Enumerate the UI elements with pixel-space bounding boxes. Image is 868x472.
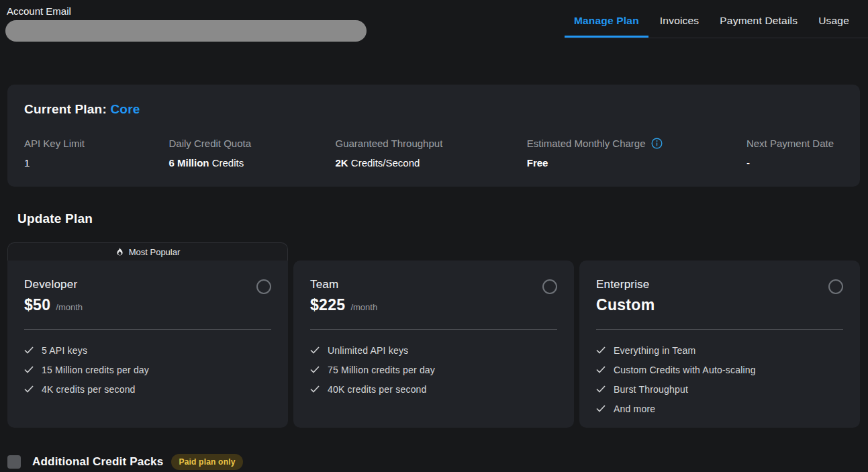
plan-period: /month xyxy=(56,302,83,312)
tab-invoices[interactable]: Invoices xyxy=(650,0,708,38)
feature-item: 4K credits per second xyxy=(24,379,271,399)
most-popular-label: Most Popular xyxy=(129,247,181,257)
feature-item: Custom Credits with Auto-scaling xyxy=(596,360,843,379)
feature-item: 75 Million credits per day xyxy=(310,360,557,379)
page-header: Account Email Manage Plan Invoices Payme… xyxy=(0,0,868,42)
update-plan-heading: Update Plan xyxy=(17,211,861,226)
stat-label: API Key Limit xyxy=(24,138,85,149)
additional-credit-packs-label: Additional Credit Packs xyxy=(32,455,163,469)
plan-card-enterprise: Enterprise Custom Everything in Team xyxy=(579,261,860,428)
divider xyxy=(24,329,271,330)
tab-payment-details[interactable]: Payment Details xyxy=(710,0,807,38)
plan-name: Team xyxy=(310,278,377,291)
paid-plan-only-badge: Paid plan only xyxy=(171,454,242,470)
check-icon xyxy=(596,385,606,393)
plan-stats-row: API Key Limit 1 Daily Credit Quota 6 Mil… xyxy=(24,138,843,169)
stat-estimated-monthly-charge: Estimated Monthly Charge Free xyxy=(527,138,663,169)
feature-item: 15 Million credits per day xyxy=(24,360,271,379)
plan-price: Custom xyxy=(596,296,655,314)
plan-radio-enterprise[interactable] xyxy=(828,279,843,294)
divider xyxy=(596,329,843,330)
stat-label: Guaranteed Throughput xyxy=(335,138,442,149)
stat-api-key-limit: API Key Limit 1 xyxy=(24,138,85,169)
stat-label: Daily Credit Quota xyxy=(168,138,251,149)
check-icon xyxy=(596,366,606,373)
divider xyxy=(310,329,557,330)
check-icon xyxy=(24,366,34,373)
plan-price: $225 xyxy=(310,296,345,314)
plan-name: Developer xyxy=(24,278,83,291)
account-email-section: Account Email xyxy=(0,0,367,42)
plan-name: Enterprise xyxy=(596,278,660,291)
current-plan-name: Core xyxy=(110,102,140,116)
flame-icon xyxy=(115,247,124,256)
feature-item: And more xyxy=(596,399,843,418)
plan-period: /month xyxy=(350,302,377,312)
stat-next-payment-date: Next Payment Date - xyxy=(746,138,834,169)
plan-radio-developer[interactable] xyxy=(256,279,271,294)
plan-card-team: Team $225 /month Unlimited API keys xyxy=(293,261,574,428)
check-icon xyxy=(24,385,34,393)
current-plan-title-prefix: Current Plan: xyxy=(24,102,110,116)
plan-card-developer: Most Popular Developer $50 /month xyxy=(7,242,288,428)
billing-tabs: Manage Plan Invoices Payment Details Usa… xyxy=(565,0,868,38)
current-plan-title: Current Plan: Core xyxy=(24,102,843,117)
check-icon xyxy=(24,346,34,354)
plan-features: Everything in Team Custom Credits with A… xyxy=(596,340,843,418)
check-icon xyxy=(596,405,606,412)
account-email-label: Account Email xyxy=(7,5,367,17)
additional-credit-packs-row: Additional Credit Packs Paid plan only xyxy=(7,454,861,470)
check-icon xyxy=(310,366,320,373)
current-plan-card: Current Plan: Core API Key Limit 1 Daily… xyxy=(7,85,860,187)
tab-manage-plan[interactable]: Manage Plan xyxy=(565,0,648,38)
plans-row: Most Popular Developer $50 /month xyxy=(7,242,861,428)
plan-features: Unlimited API keys 75 Million credits pe… xyxy=(310,340,557,399)
check-icon xyxy=(310,346,320,354)
feature-item: Burst Throughput xyxy=(596,379,843,399)
feature-item: Everything in Team xyxy=(596,340,843,360)
plan-radio-team[interactable] xyxy=(542,279,557,294)
account-email-field[interactable] xyxy=(5,20,367,42)
most-popular-badge: Most Popular xyxy=(7,242,288,261)
additional-credit-packs-checkbox[interactable] xyxy=(7,455,21,469)
stat-label: Estimated Monthly Charge xyxy=(527,138,663,149)
feature-item: 40K credits per second xyxy=(310,379,557,399)
tab-usage[interactable]: Usage xyxy=(809,0,859,38)
plan-features: 5 API keys 15 Million credits per day 4K… xyxy=(24,340,271,399)
info-icon[interactable] xyxy=(651,138,663,149)
feature-item: Unlimited API keys xyxy=(310,340,557,360)
stat-guaranteed-throughput: Guaranteed Throughput 2K Credits/Second xyxy=(335,138,442,169)
stat-label: Next Payment Date xyxy=(746,138,834,149)
main-content: Current Plan: Core API Key Limit 1 Daily… xyxy=(0,85,868,470)
plan-price: $50 xyxy=(24,296,50,314)
check-icon xyxy=(310,385,320,393)
stat-daily-credit-quota: Daily Credit Quota 6 Million Credits xyxy=(168,138,251,169)
check-icon xyxy=(596,346,606,354)
feature-item: 5 API keys xyxy=(24,340,271,360)
